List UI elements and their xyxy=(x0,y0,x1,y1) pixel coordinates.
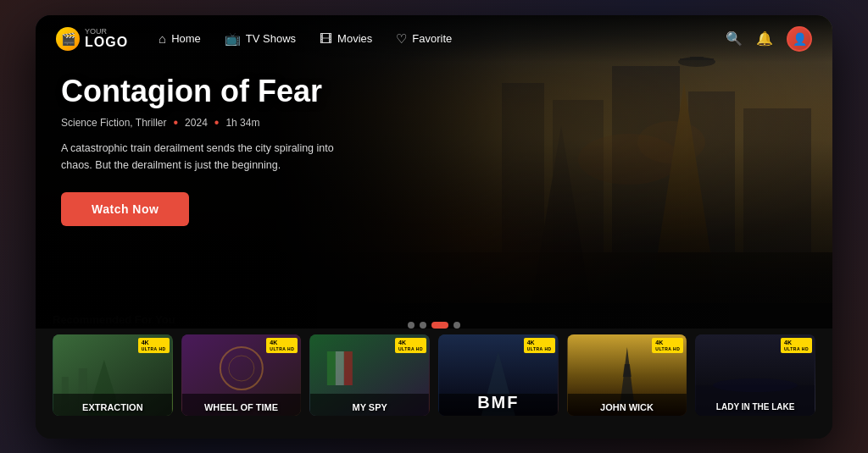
card-lady-badge: 4K ULTRA HD xyxy=(781,338,812,353)
card-wheel-badge: 4K ULTRA HD xyxy=(266,338,298,353)
tv-icon: 📺 xyxy=(225,31,241,47)
nav-favorite[interactable]: ♡ Favorite xyxy=(396,31,452,47)
hero-carousel-dots xyxy=(408,322,460,329)
card-lady-title: LADY IN THE LAKE xyxy=(695,398,815,416)
hero-year: 2024 xyxy=(185,117,208,129)
hero-description: A catastrophic train derailment sends th… xyxy=(61,140,349,174)
carousel-dot-2[interactable] xyxy=(420,322,426,329)
card-myspy-title: MY SPY xyxy=(309,399,430,416)
navbar: 🎬 Your LOGO ⌂ Home 📺 TV Shows 🎞 Movies ♡… xyxy=(36,15,832,63)
nav-favorite-label: Favorite xyxy=(412,32,452,45)
meta-dot2: • xyxy=(214,116,220,130)
recommendations-grid: EXTRACTION 4K ULTRA HD xyxy=(53,334,815,416)
movies-icon: 🎞 xyxy=(320,31,332,46)
card-bmf-badge: 4K ULTRA HD xyxy=(524,338,555,353)
hero-meta: Science Fiction, Thriller • 2024 • 1h 34… xyxy=(61,116,349,130)
rec-card-bmf[interactable]: BMF 4K ULTRA HD xyxy=(438,334,559,416)
home-icon: ⌂ xyxy=(159,31,166,46)
nav-movies-label: Movies xyxy=(337,32,372,45)
svg-rect-25 xyxy=(327,351,336,385)
card-johnwick-title: JOHN WICK xyxy=(567,399,687,416)
hero-duration: 1h 34m xyxy=(225,117,259,129)
svg-rect-27 xyxy=(344,351,353,385)
meta-dot1: • xyxy=(174,116,179,130)
carousel-dot-1[interactable] xyxy=(408,322,415,329)
card-wheel-title: WHEEL OF TIME xyxy=(181,399,302,416)
heart-icon: ♡ xyxy=(396,31,407,47)
logo-name-text: LOGO xyxy=(85,36,128,49)
svg-rect-26 xyxy=(336,351,344,385)
watch-now-button[interactable]: Watch Now xyxy=(61,192,189,226)
rec-card-extraction[interactable]: EXTRACTION 4K ULTRA HD xyxy=(53,334,173,416)
notification-icon[interactable]: 🔔 xyxy=(756,30,773,47)
carousel-dot-3[interactable] xyxy=(431,322,448,329)
hero-content: Contagion of Fear Science Fiction, Thril… xyxy=(61,75,349,227)
card-extraction-title: EXTRACTION xyxy=(53,399,173,416)
carousel-dot-4[interactable] xyxy=(453,322,460,329)
logo-area: 🎬 Your LOGO xyxy=(56,27,128,51)
rec-card-my-spy[interactable]: MY SPY 4K ULTRA HD xyxy=(309,334,430,416)
logo-icon: 🎬 xyxy=(56,27,80,51)
nav-tv-label: TV Shows xyxy=(246,32,296,45)
rec-card-john-wick[interactable]: JOHN WICK 4K ULTRA HD xyxy=(567,334,687,416)
rec-card-lady-in-the-lake[interactable]: LADY IN THE LAKE 4K ULTRA HD xyxy=(695,334,815,416)
nav-movies[interactable]: 🎞 Movies xyxy=(320,31,372,46)
app-container: Contagion of Fear Science Fiction, Thril… xyxy=(36,15,832,439)
nav-tv-shows[interactable]: 📺 TV Shows xyxy=(225,31,296,47)
logo-text: Your LOGO xyxy=(85,28,128,49)
svg-point-39 xyxy=(713,378,798,392)
nav-home[interactable]: ⌂ Home xyxy=(159,31,201,46)
nav-home-label: Home xyxy=(171,32,201,45)
hero-genre: Science Fiction, Thriller xyxy=(61,117,167,129)
rec-card-wheel-of-time[interactable]: WHEEL OF TIME 4K ULTRA HD xyxy=(181,334,302,416)
avatar[interactable]: 👤 xyxy=(787,26,812,52)
hero-title: Contagion of Fear xyxy=(61,75,349,108)
search-icon[interactable]: 🔍 xyxy=(726,30,743,47)
card-bmf-title: BMF xyxy=(438,389,559,416)
nav-right-area: 🔍 🔔 👤 xyxy=(726,26,812,52)
card-myspy-badge: 4K ULTRA HD xyxy=(395,338,426,353)
card-johnwick-badge: 4K ULTRA HD xyxy=(652,338,683,353)
nav-links: ⌂ Home 📺 TV Shows 🎞 Movies ♡ Favorite xyxy=(159,31,726,47)
card-extraction-badge: 4K ULTRA HD xyxy=(138,338,170,353)
